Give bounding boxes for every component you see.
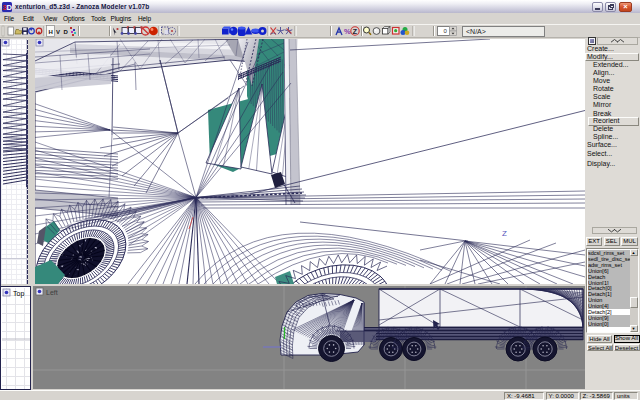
svg-text:H: H (49, 29, 53, 35)
svg-text:V: V (56, 29, 60, 35)
svg-text:Top: Top (13, 290, 24, 298)
svg-text:D: D (7, 3, 12, 12)
svg-text:Z: Z (502, 229, 507, 238)
svg-text:Left: Left (46, 289, 58, 296)
svg-text:%: % (344, 27, 351, 36)
svg-text:D: D (64, 29, 69, 35)
svg-text:Z: Z (353, 27, 358, 36)
svg-text:<N/A>: <N/A> (466, 28, 486, 35)
